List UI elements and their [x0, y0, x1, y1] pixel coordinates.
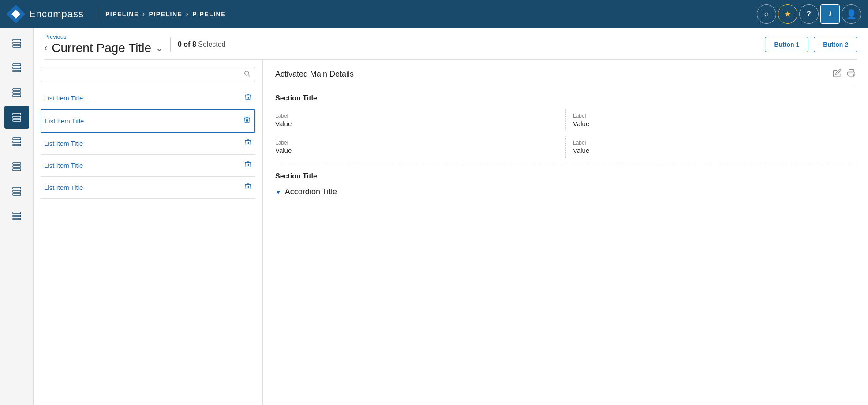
trash-icon-2[interactable] — [243, 115, 251, 126]
field-value-1-1: Value — [275, 120, 558, 127]
field-col-2-2: Label Value — [565, 136, 856, 158]
sidebar-item-8[interactable] — [4, 204, 29, 227]
star-button[interactable]: ★ — [778, 4, 797, 24]
list-item-title-1: List Item Title — [44, 94, 83, 102]
logo-icon — [7, 5, 25, 23]
sidebar-item-7[interactable] — [4, 180, 29, 203]
svg-rect-26 — [13, 218, 21, 220]
sidebar — [0, 28, 34, 405]
list-item-4[interactable]: List Item Title — [41, 155, 255, 177]
sidebar-item-4[interactable] — [4, 106, 29, 129]
list-item-selected[interactable]: List Item Title — [41, 109, 255, 133]
print-icon[interactable] — [847, 69, 856, 80]
svg-rect-18 — [13, 163, 21, 164]
svg-rect-23 — [13, 193, 21, 195]
svg-rect-6 — [13, 64, 21, 66]
logo-container[interactable]: Encompass — [7, 5, 84, 23]
search-bar[interactable] — [41, 67, 255, 82]
accordion-header[interactable]: ▼ Accordion Title — [275, 187, 856, 197]
svg-rect-21 — [13, 187, 21, 189]
button-2[interactable]: Button 2 — [814, 37, 857, 52]
field-value-2-2: Value — [573, 147, 849, 154]
page-title-row: ‹ Current Page Title ⌄ — [44, 41, 163, 55]
right-panel: Activated Main Details Section Title — [263, 60, 868, 405]
breadcrumb: PIPELINE › PIPELINE › PIPELINE — [105, 10, 226, 18]
app-body: Previous ‹ Current Page Title ⌄ 0 of 8 S… — [0, 28, 868, 405]
svg-rect-8 — [13, 70, 21, 72]
header-actions: Button 1 Button 2 — [765, 37, 857, 52]
info-button[interactable]: i — [820, 4, 840, 24]
field-label-1-1: Label — [275, 113, 558, 119]
svg-rect-12 — [13, 113, 21, 115]
trash-icon-5[interactable] — [244, 182, 252, 193]
svg-rect-15 — [13, 138, 21, 140]
sidebar-item-6[interactable] — [4, 155, 29, 178]
breadcrumb-item-2[interactable]: PIPELINE — [149, 11, 183, 18]
svg-rect-25 — [13, 215, 21, 217]
search-input[interactable] — [45, 71, 243, 78]
trash-icon-3[interactable] — [244, 138, 252, 149]
list-item-title-5: List Item Title — [44, 184, 83, 191]
search-icon — [243, 70, 251, 79]
svg-rect-10 — [13, 92, 21, 93]
help-button[interactable]: ? — [799, 4, 819, 24]
back-arrow-icon[interactable]: ‹ — [44, 43, 47, 53]
svg-rect-19 — [13, 166, 21, 167]
two-panel-layout: List Item Title List Item Title List Ite… — [34, 60, 868, 405]
accordion-title: Accordion Title — [285, 187, 337, 197]
list-item-3[interactable]: List Item Title — [41, 133, 255, 155]
page-header-left: Previous ‹ Current Page Title ⌄ — [44, 33, 163, 55]
user-button[interactable]: 👤 — [842, 4, 861, 24]
list-item-title-2: List Item Title — [45, 117, 84, 125]
page-header: Previous ‹ Current Page Title ⌄ 0 of 8 S… — [34, 28, 868, 55]
section-title-2: Section Title — [275, 172, 856, 180]
svg-rect-22 — [13, 190, 21, 192]
svg-rect-5 — [13, 45, 21, 47]
panel-title: Activated Main Details — [275, 70, 354, 79]
trash-icon-1[interactable] — [244, 93, 252, 104]
sidebar-item-5[interactable] — [4, 130, 29, 153]
circle-button[interactable]: ○ — [757, 4, 776, 24]
svg-rect-24 — [13, 212, 21, 214]
top-navigation: Encompass PIPELINE › PIPELINE › PIPELINE… — [0, 0, 868, 28]
field-label-2-1: Label — [275, 140, 558, 146]
content-area: Previous ‹ Current Page Title ⌄ 0 of 8 S… — [34, 28, 868, 405]
sidebar-item-1[interactable] — [4, 32, 29, 55]
list-item[interactable]: List Item Title — [41, 87, 255, 109]
breadcrumb-item-1[interactable]: PIPELINE — [105, 11, 139, 18]
trash-icon-4[interactable] — [244, 160, 252, 171]
page-title: Current Page Title — [52, 41, 151, 55]
svg-rect-4 — [13, 42, 21, 44]
svg-rect-16 — [13, 141, 21, 143]
svg-rect-20 — [13, 169, 21, 171]
panel-rule — [275, 85, 856, 85]
accordion-arrow-icon: ▼ — [275, 189, 281, 196]
logo-text: Encompass — [29, 8, 84, 20]
sidebar-item-3[interactable] — [4, 81, 29, 104]
list-item-5[interactable]: List Item Title — [41, 177, 255, 199]
previous-link[interactable]: Previous — [44, 33, 163, 40]
selection-count: 0 of 8 — [178, 41, 196, 48]
svg-rect-11 — [13, 95, 21, 97]
fields-grid-1: Label Value Label Value — [275, 109, 856, 131]
field-label-1-2: Label — [573, 113, 849, 119]
svg-rect-29 — [849, 74, 853, 77]
section-rule-1 — [275, 165, 856, 165]
header-divider — [170, 37, 171, 52]
field-label-2-2: Label — [573, 140, 849, 146]
selected-info: 0 of 8 Selected — [178, 41, 226, 48]
sidebar-item-2[interactable] — [4, 56, 29, 79]
nav-divider — [98, 5, 98, 23]
button-1[interactable]: Button 1 — [765, 37, 808, 52]
field-col-1-1: Label Value — [275, 109, 565, 131]
list-item-title-3: List Item Title — [44, 140, 83, 147]
dropdown-arrow-icon[interactable]: ⌄ — [156, 43, 163, 53]
nav-icons-container: ○ ★ ? i 👤 — [757, 4, 861, 24]
field-col-1-2: Label Value — [565, 109, 856, 131]
breadcrumb-item-3[interactable]: PIPELINE — [192, 11, 226, 18]
svg-rect-13 — [13, 116, 21, 118]
field-value-2-1: Value — [275, 147, 558, 154]
svg-rect-14 — [13, 119, 21, 121]
panel-actions — [833, 69, 856, 80]
edit-icon[interactable] — [833, 69, 842, 80]
